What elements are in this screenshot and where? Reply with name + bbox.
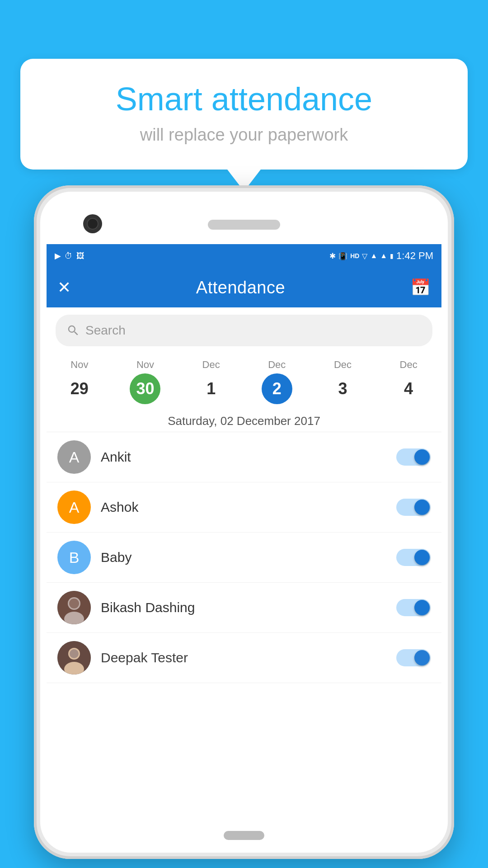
avatar-ashok: A — [57, 491, 91, 524]
toggle-baby[interactable] — [396, 549, 431, 566]
deepak-face-icon — [57, 641, 91, 675]
toggle-track-deepak — [396, 649, 431, 666]
person-list: A Ankit A Ashok — [47, 432, 441, 683]
toggle-deepak[interactable] — [396, 649, 431, 666]
toggle-track-bikash — [396, 599, 431, 616]
toggle-track-ashok — [396, 499, 431, 516]
cal-day-1[interactable]: Nov 30 — [122, 359, 168, 404]
avatar-baby: B — [57, 541, 91, 574]
status-time: 1:42 PM — [396, 250, 433, 262]
signal1-icon: ▲ — [370, 252, 377, 260]
person-item-deepak: Deepak Tester — [47, 633, 441, 683]
cal-day-5[interactable]: Dec 4 — [386, 359, 431, 404]
phone-frame: ▶ ⏱ 🖼 ✱ 📳 HD ▽ ▲ ▲ ▮ 1:42 PM ✕ At — [34, 185, 454, 859]
svg-point-3 — [69, 599, 79, 609]
cal-num-2: 1 — [196, 373, 226, 404]
toggle-track-ankit — [396, 448, 431, 466]
search-placeholder: Search — [85, 323, 126, 338]
status-bar: ▶ ⏱ 🖼 ✱ 📳 HD ▽ ▲ ▲ ▮ 1:42 PM — [47, 244, 441, 268]
camera-dot — [83, 214, 102, 233]
toggle-thumb-ashok — [414, 500, 430, 515]
toggle-thumb-bikash — [414, 600, 430, 615]
person-name-deepak: Deepak Tester — [101, 650, 386, 665]
cal-num-0: 29 — [64, 373, 95, 404]
person-name-bikash: Bikash Dashing — [101, 600, 386, 615]
phone-inner: ▶ ⏱ 🖼 ✱ 📳 HD ▽ ▲ ▲ ▮ 1:42 PM ✕ At — [40, 192, 448, 853]
toggle-track-baby — [396, 549, 431, 566]
cal-month-3: Dec — [268, 359, 286, 371]
toggle-thumb-ankit — [414, 449, 430, 465]
search-bar[interactable]: Search — [56, 315, 432, 346]
wifi-icon: ▽ — [362, 252, 367, 260]
speech-bubble: Smart attendance will replace your paper… — [20, 59, 468, 170]
toggle-ashok[interactable] — [396, 499, 431, 516]
cal-day-4[interactable]: Dec 3 — [320, 359, 365, 404]
home-button[interactable] — [224, 831, 264, 840]
photo-icon: 🖼 — [76, 251, 84, 261]
person-item-ankit: A Ankit — [47, 432, 441, 482]
cal-month-1: Nov — [136, 359, 154, 371]
youtube-icon: ▶ — [55, 251, 61, 261]
avatar-bikash — [57, 591, 91, 624]
toggle-bikash[interactable] — [396, 599, 431, 616]
cal-month-4: Dec — [334, 359, 352, 371]
app-title: Attendance — [196, 278, 285, 297]
person-name-ashok: Ashok — [101, 500, 386, 515]
screen: ▶ ⏱ 🖼 ✱ 📳 HD ▽ ▲ ▲ ▮ 1:42 PM ✕ At — [47, 244, 441, 826]
app-bar: ✕ Attendance 📅 — [47, 268, 441, 307]
signal2-icon: ▲ — [380, 252, 387, 260]
cal-num-1: 30 — [130, 373, 160, 404]
cal-day-2[interactable]: Dec 1 — [188, 359, 234, 404]
clock-app-icon: ⏱ — [65, 251, 73, 261]
bluetooth-icon: ✱ — [329, 251, 336, 261]
avatar-deepak — [57, 641, 91, 675]
calendar-strip: Nov 29 Nov 30 Dec 1 Dec 2 Dec 3 — [47, 354, 441, 407]
calendar-button[interactable]: 📅 — [410, 278, 431, 297]
date-header: Saturday, 02 December 2017 — [47, 407, 441, 432]
battery-icon: ▮ — [390, 252, 394, 259]
status-icons-right: ✱ 📳 HD ▽ ▲ ▲ ▮ 1:42 PM — [329, 250, 433, 262]
person-name-baby: Baby — [101, 550, 386, 565]
cal-day-0[interactable]: Nov 29 — [57, 359, 102, 404]
toggle-thumb-deepak — [414, 650, 430, 665]
person-item-ashok: A Ashok — [47, 482, 441, 533]
status-icons-left: ▶ ⏱ 🖼 — [55, 251, 84, 261]
vibrate-icon: 📳 — [338, 252, 347, 260]
speaker-grille — [208, 220, 280, 230]
toggle-thumb-baby — [414, 550, 430, 565]
svg-point-7 — [70, 649, 79, 658]
toggle-ankit[interactable] — [396, 448, 431, 466]
hd-icon: HD — [350, 252, 359, 259]
search-icon — [66, 324, 80, 337]
cal-num-4: 3 — [327, 373, 358, 404]
person-name-ankit: Ankit — [101, 449, 386, 465]
person-item-bikash: Bikash Dashing — [47, 583, 441, 633]
bubble-subtitle: will replace your paperwork — [47, 125, 441, 145]
cal-day-3[interactable]: Dec 2 — [254, 359, 300, 404]
bikash-face-icon — [57, 591, 91, 624]
cal-month-5: Dec — [400, 359, 418, 371]
bubble-title: Smart attendance — [47, 81, 441, 117]
cal-month-2: Dec — [202, 359, 220, 371]
avatar-ankit: A — [57, 440, 91, 474]
search-container: Search — [47, 307, 441, 354]
cal-month-0: Nov — [70, 359, 88, 371]
cal-num-5: 4 — [393, 373, 424, 404]
cal-num-3: 2 — [262, 373, 292, 404]
person-item-baby: B Baby — [47, 533, 441, 583]
close-button[interactable]: ✕ — [57, 278, 71, 297]
